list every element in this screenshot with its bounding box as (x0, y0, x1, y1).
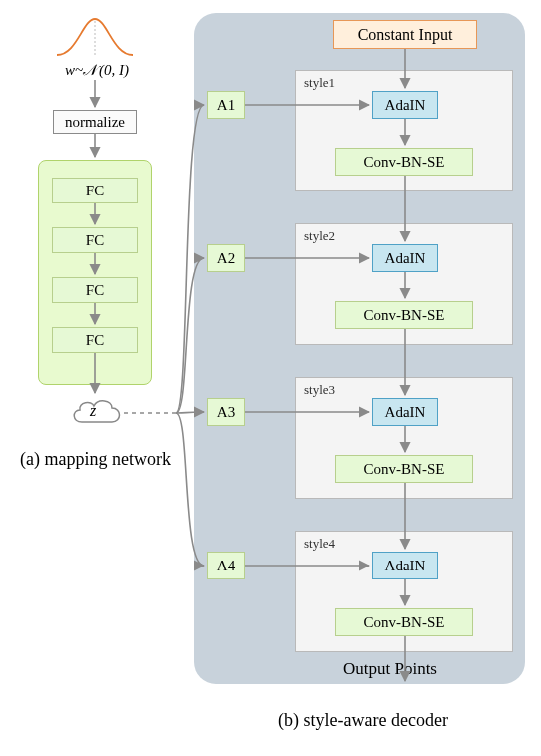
constant-input-label: Constant Input (358, 26, 453, 44)
mapping-caption: (a) mapping network (18, 449, 173, 470)
fc-4-label: FC (86, 332, 104, 349)
latent-label: w~𝒩 (0, I) (42, 62, 152, 79)
decoder-caption: (b) style-aware decoder (224, 710, 503, 731)
a2-label: A2 (217, 250, 235, 267)
output-points-label: Output Points (343, 659, 437, 679)
conv-3-label: Conv-BN-SE (364, 461, 445, 478)
a4-label: A4 (217, 558, 235, 574)
a3-label: A3 (217, 404, 235, 421)
adain-4: AdaIN (372, 552, 438, 579)
conv-2: Conv-BN-SE (335, 301, 473, 329)
constant-input-box: Constant Input (333, 20, 477, 49)
style2-label: style2 (304, 228, 335, 244)
z-cloud-icon (70, 396, 124, 430)
latent-text: w~𝒩 (0, I) (65, 62, 129, 78)
fc-1: FC (52, 178, 138, 203)
adain-1-label: AdaIN (385, 97, 426, 114)
adain-1: AdaIN (372, 91, 438, 119)
conv-1-label: Conv-BN-SE (364, 154, 445, 171)
fc-3-label: FC (86, 282, 104, 299)
conv-2-label: Conv-BN-SE (364, 307, 445, 324)
fc-3: FC (52, 277, 138, 303)
fc-1-label: FC (86, 183, 104, 199)
conv-4: Conv-BN-SE (335, 608, 473, 636)
adain-3-label: AdaIN (385, 404, 426, 421)
a4-box: A4 (207, 552, 245, 579)
a1-label: A1 (217, 97, 235, 114)
adain-2-label: AdaIN (385, 250, 426, 267)
conv-3: Conv-BN-SE (335, 455, 473, 483)
normalize-box: normalize (53, 110, 137, 134)
style4-label: style4 (304, 536, 335, 552)
style3-label: style3 (304, 382, 335, 398)
fc-2: FC (52, 227, 138, 253)
a1-box: A1 (207, 91, 245, 119)
gaussian-icon (55, 15, 135, 60)
style1-label: style1 (304, 75, 335, 91)
fc-2-label: FC (86, 232, 104, 249)
fc-4: FC (52, 327, 138, 353)
normalize-label: normalize (65, 114, 125, 131)
adain-3: AdaIN (372, 398, 438, 426)
conv-4-label: Conv-BN-SE (364, 614, 445, 631)
adain-4-label: AdaIN (385, 558, 426, 574)
a3-box: A3 (207, 398, 245, 426)
a2-box: A2 (207, 244, 245, 272)
adain-2: AdaIN (372, 244, 438, 272)
conv-1: Conv-BN-SE (335, 148, 473, 176)
z-label: z (90, 402, 96, 420)
